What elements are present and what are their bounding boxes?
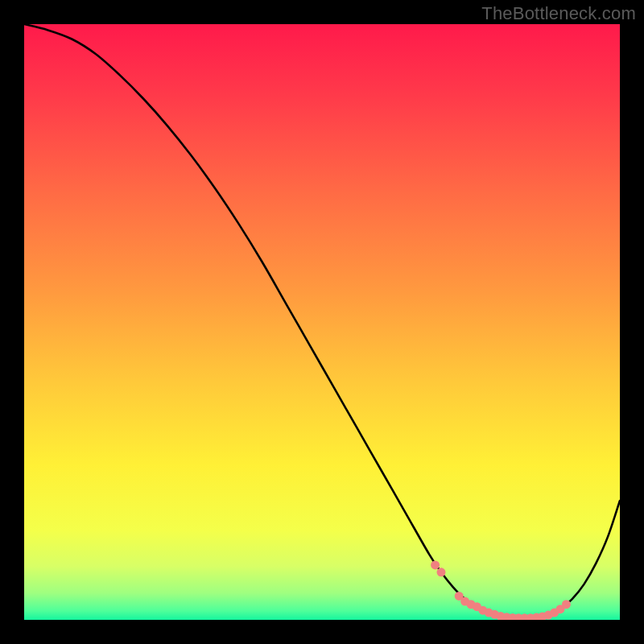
- highlight-dot: [437, 568, 446, 576]
- highlight-dot: [431, 560, 440, 569]
- watermark-text: TheBottleneck.com: [481, 3, 636, 24]
- chart-svg: [24, 24, 620, 620]
- gradient-background: [24, 24, 620, 620]
- plot-area: [24, 24, 620, 620]
- chart-frame: TheBottleneck.com: [0, 0, 644, 644]
- highlight-dot: [562, 600, 571, 609]
